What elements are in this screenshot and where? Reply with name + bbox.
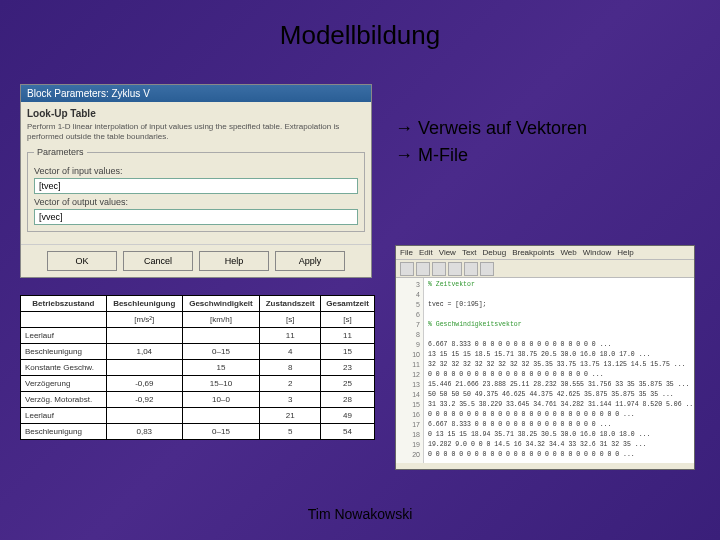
- table-row: Beschleunigung1,040–15415: [21, 344, 375, 360]
- editor-toolbar[interactable]: [396, 260, 694, 278]
- footer-author: Tim Nowakowski: [308, 506, 413, 522]
- editor-menubar[interactable]: FileEditViewTextDebugBreakpointsWebWindo…: [396, 246, 694, 260]
- bullet-2: → M-File: [395, 145, 587, 166]
- editor-window: FileEditViewTextDebugBreakpointsWebWindo…: [395, 245, 695, 470]
- output-values-field[interactable]: [34, 209, 358, 225]
- line-gutter: 34567891011121314151617181920: [396, 278, 424, 463]
- toolbar-icon[interactable]: [432, 262, 446, 276]
- menu-item[interactable]: Window: [583, 248, 611, 257]
- bullet-list: → Verweis auf Vektoren → M-File: [395, 118, 587, 172]
- table-row: Leerlauf1111: [21, 328, 375, 344]
- parameters-fieldset: Parameters Vector of input values: Vecto…: [27, 147, 365, 232]
- input-values-label: Vector of input values:: [34, 166, 358, 176]
- input-values-field[interactable]: [34, 178, 358, 194]
- bullet-1: → Verweis auf Vektoren: [395, 118, 587, 139]
- table-header-row: Betriebszustand Beschleunigung Geschwind…: [21, 296, 375, 312]
- block-parameters-dialog: Block Parameters: Zyklus V Look-Up Table…: [20, 84, 372, 278]
- menu-item[interactable]: Breakpoints: [512, 248, 554, 257]
- ok-button[interactable]: OK: [47, 251, 117, 271]
- table-units-row: [m/s²] [km/h] [s] [s]: [21, 312, 375, 328]
- toolbar-icon[interactable]: [480, 262, 494, 276]
- menu-item[interactable]: View: [439, 248, 456, 257]
- menu-item[interactable]: Edit: [419, 248, 433, 257]
- cancel-button[interactable]: Cancel: [123, 251, 193, 271]
- menu-item[interactable]: Debug: [483, 248, 507, 257]
- menu-item[interactable]: Text: [462, 248, 477, 257]
- table-row: Leerlauf2149: [21, 408, 375, 424]
- toolbar-icon[interactable]: [416, 262, 430, 276]
- apply-button[interactable]: Apply: [275, 251, 345, 271]
- menu-item[interactable]: Help: [617, 248, 633, 257]
- table-row: Verzög. Motorabst.-0,9210–0328: [21, 392, 375, 408]
- dialog-section-heading: Look-Up Table: [27, 108, 365, 119]
- dialog-titlebar: Block Parameters: Zyklus V: [21, 85, 371, 102]
- table-row: Konstante Geschw.15823: [21, 360, 375, 376]
- toolbar-icon[interactable]: [400, 262, 414, 276]
- table-row: Verzögerung-0,6915–10225: [21, 376, 375, 392]
- output-values-label: Vector of output values:: [34, 197, 358, 207]
- dialog-description: Perform 1-D linear interpolation of inpu…: [27, 122, 365, 141]
- menu-item[interactable]: Web: [560, 248, 576, 257]
- slide-title: Modellbildung: [280, 20, 440, 51]
- toolbar-icon[interactable]: [464, 262, 478, 276]
- code-area[interactable]: % Zeitvektor tvec = [0:195]; % Geschwind…: [424, 278, 694, 463]
- fieldset-legend: Parameters: [34, 147, 87, 157]
- help-button[interactable]: Help: [199, 251, 269, 271]
- data-table: Betriebszustand Beschleunigung Geschwind…: [20, 295, 375, 440]
- toolbar-icon[interactable]: [448, 262, 462, 276]
- table-row: Beschleunigung0,830–15554: [21, 424, 375, 440]
- menu-item[interactable]: File: [400, 248, 413, 257]
